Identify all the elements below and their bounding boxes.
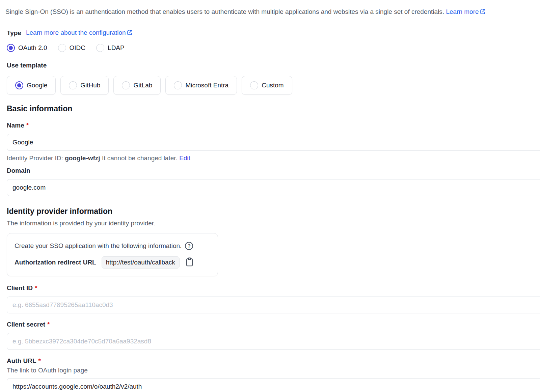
configuration-doc-link[interactable]: Learn more about the configuration xyxy=(26,29,133,37)
auth-url-input[interactable] xyxy=(7,378,540,392)
help-icon[interactable]: ? xyxy=(185,242,193,250)
radio-ldap[interactable] xyxy=(96,44,104,52)
sso-settings-page: Single Sign-On (SSO) is an authenticatio… xyxy=(0,0,540,392)
clipboard-icon xyxy=(185,257,194,268)
authorization-redirect-row: Authorization redirect URL http://test/o… xyxy=(15,256,210,269)
type-option-ldap[interactable]: LDAP xyxy=(96,44,125,52)
template-card-google[interactable]: Google xyxy=(7,76,56,95)
domain-label: Domain xyxy=(7,166,540,175)
required-asterisk: * xyxy=(38,357,41,365)
idp-information-subtitle: The information is provided by your iden… xyxy=(7,219,540,228)
type-options: OAuth 2.0 OIDC LDAP xyxy=(7,44,540,52)
required-asterisk: * xyxy=(35,284,37,292)
authorization-redirect-label: Authorization redirect URL xyxy=(15,259,96,266)
template-card-gitlab[interactable]: GitLab xyxy=(113,76,161,95)
sso-application-instruction: Create your SSO application with the fol… xyxy=(15,242,210,250)
idp-information-heading: Identity provider information xyxy=(7,206,540,216)
learn-more-link[interactable]: Learn more xyxy=(446,8,486,15)
client-secret-label: Client secret * xyxy=(7,320,540,329)
radio-template-gitlab[interactable] xyxy=(122,81,130,89)
domain-input[interactable] xyxy=(7,179,540,196)
edit-id-link[interactable]: Edit xyxy=(179,155,190,162)
auth-url-helper: The link to OAuth login page xyxy=(7,366,540,375)
template-card-microsoft-entra[interactable]: Microsoft Entra xyxy=(165,76,237,95)
radio-oauth2[interactable] xyxy=(7,44,15,52)
external-link-icon xyxy=(480,8,486,17)
required-asterisk: * xyxy=(26,122,29,129)
template-cards: Google GitHub GitLab Microsoft Entra Cus… xyxy=(7,76,540,95)
sso-description-text: Single Sign-On (SSO) is an authenticatio… xyxy=(5,8,444,15)
identity-provider-id-value: google-wfzj xyxy=(65,155,100,162)
radio-template-custom[interactable] xyxy=(250,81,258,89)
type-option-oauth2[interactable]: OAuth 2.0 xyxy=(7,44,47,52)
radio-template-microsoft-entra[interactable] xyxy=(174,81,182,89)
use-template-label: Use template xyxy=(7,62,540,71)
identity-provider-id-line: Identity Provider ID: google-wfzj It can… xyxy=(7,154,540,162)
radio-template-github[interactable] xyxy=(69,81,77,89)
required-asterisk: * xyxy=(47,321,50,328)
auth-url-label: Auth URL * xyxy=(7,357,540,365)
basic-information-heading: Basic information xyxy=(7,104,540,114)
type-label: Type xyxy=(7,29,21,37)
client-id-input[interactable] xyxy=(7,297,540,313)
type-option-oidc[interactable]: OIDC xyxy=(58,44,86,52)
copy-button[interactable] xyxy=(185,257,194,268)
client-secret-input[interactable] xyxy=(7,333,540,350)
external-link-icon xyxy=(127,29,133,37)
radio-template-google[interactable] xyxy=(15,81,23,89)
name-input[interactable] xyxy=(7,134,540,151)
sso-description: Single Sign-On (SSO) is an authenticatio… xyxy=(5,7,540,17)
name-label: Name * xyxy=(7,121,540,130)
radio-oidc[interactable] xyxy=(58,44,66,52)
template-card-github[interactable]: GitHub xyxy=(60,76,109,95)
authorization-redirect-value: http://test/oauth/callback xyxy=(102,256,180,269)
client-id-label: Client ID * xyxy=(7,284,540,292)
type-row: Type Learn more about the configuration xyxy=(7,29,540,37)
sso-application-info-card: Create your SSO application with the fol… xyxy=(7,233,218,276)
template-card-custom[interactable]: Custom xyxy=(242,76,292,95)
